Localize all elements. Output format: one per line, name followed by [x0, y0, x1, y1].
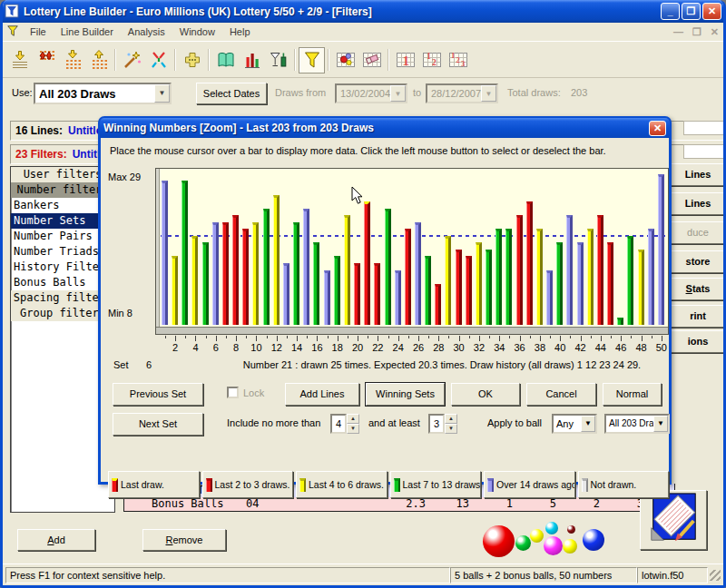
bar-number-3[interactable] — [182, 181, 188, 325]
bar-number-11[interactable] — [263, 209, 270, 325]
bar-number-24[interactable] — [395, 270, 401, 325]
bar-number-26[interactable] — [415, 222, 421, 325]
legend-button-not-drawn[interactable]: Not drawn. — [578, 471, 670, 498]
bar-number-27[interactable] — [425, 256, 431, 325]
bar-number-22[interactable] — [374, 263, 380, 325]
library-button[interactable] — [212, 47, 239, 74]
grid-eraser-button[interactable] — [358, 47, 385, 74]
bar-number-8[interactable] — [232, 215, 239, 325]
bar-number-28[interactable] — [435, 284, 441, 325]
bar-number-17[interactable] — [324, 270, 330, 325]
move-up-button[interactable] — [85, 47, 112, 74]
spinner-down-icon[interactable]: ▼ — [445, 424, 457, 434]
bar-number-18[interactable] — [334, 256, 340, 325]
document-funnel-icon[interactable] — [3, 24, 23, 39]
bar-number-6[interactable] — [212, 222, 219, 325]
bar-number-12[interactable] — [273, 195, 280, 325]
bar-number-36[interactable] — [516, 215, 523, 325]
two-ball-view-button[interactable]: 12 — [418, 47, 445, 74]
spinner-up-icon[interactable]: ▲ — [445, 414, 457, 424]
ok-button[interactable]: OK — [451, 383, 520, 406]
bar-number-50[interactable] — [658, 174, 664, 325]
spinner-up-icon[interactable]: ▲ — [347, 414, 359, 424]
bar-number-39[interactable] — [546, 270, 553, 325]
legend-button-last-7-to-13-draws[interactable]: Last 7 to 13 draws. — [390, 471, 482, 498]
bar-number-49[interactable] — [648, 229, 654, 325]
lock-checkbox[interactable] — [227, 387, 239, 398]
ticket-editor-button[interactable] — [640, 490, 707, 550]
bar-number-31[interactable] — [466, 256, 472, 325]
bar-number-13[interactable] — [283, 263, 289, 325]
bar-number-41[interactable] — [566, 215, 573, 325]
bar-number-23[interactable] — [385, 209, 391, 325]
dialog-draws-combo[interactable]: All 203 Draws ▼ — [604, 414, 670, 434]
bar-number-20[interactable] — [354, 263, 360, 325]
bar-number-2[interactable] — [172, 256, 178, 325]
sort-numbers-button[interactable] — [33, 47, 59, 74]
move-down-button[interactable] — [59, 47, 85, 74]
chevron-down-icon[interactable]: ▼ — [154, 84, 170, 103]
wizard-button[interactable] — [119, 47, 145, 74]
bar-number-32[interactable] — [476, 242, 482, 325]
menu-file[interactable]: File — [23, 24, 54, 39]
menu-analysis[interactable]: Analysis — [121, 24, 172, 39]
one-ball-view-button[interactable]: 1 — [392, 47, 418, 74]
bar-number-5[interactable] — [202, 242, 209, 325]
include-max-spinner[interactable]: 4 ▲▼ — [330, 414, 359, 434]
dialog-title-bar[interactable]: Winning Numbers [Zoom] - Last 203 from 2… — [100, 118, 670, 138]
bar-number-37[interactable] — [526, 201, 533, 325]
previous-set-button[interactable]: Previous Set — [113, 383, 203, 406]
bar-number-9[interactable] — [242, 229, 249, 325]
remove-button[interactable]: Remove — [142, 529, 226, 551]
bar-number-15[interactable] — [303, 209, 309, 325]
three-ball-view-button[interactable]: 123 — [445, 47, 471, 74]
menu-help[interactable]: Help — [222, 24, 258, 39]
bar-number-46[interactable] — [617, 318, 623, 325]
bar-number-48[interactable] — [638, 250, 644, 325]
bar-number-35[interactable] — [505, 229, 512, 325]
minimize-button[interactable]: _ — [661, 3, 680, 20]
bar-number-34[interactable] — [495, 229, 502, 325]
close-button[interactable]: ✕ — [702, 3, 721, 20]
bar-number-14[interactable] — [293, 222, 299, 325]
menu-window[interactable]: Window — [172, 24, 222, 39]
bar-number-44[interactable] — [597, 215, 603, 325]
split-lines-button[interactable] — [145, 47, 172, 74]
bar-number-10[interactable] — [252, 222, 259, 325]
dialog-close-button[interactable]: ✕ — [649, 121, 666, 136]
legend-button-last-2-to-3-draws[interactable]: Last 2 to 3 draws. — [202, 471, 294, 498]
bar-number-30[interactable] — [456, 250, 462, 325]
bar-number-40[interactable] — [556, 242, 563, 325]
title-bar[interactable]: Lottery Line Builder - Euro Millions (UK… — [0, 0, 726, 23]
bar-number-4[interactable] — [191, 236, 198, 325]
include-min-spinner[interactable]: 3 ▲▼ — [428, 414, 457, 434]
bar-number-16[interactable] — [313, 242, 319, 325]
filters-button[interactable] — [299, 47, 325, 74]
mdi-minimize-icon[interactable]: — — [669, 26, 688, 37]
resize-grip[interactable] — [710, 570, 721, 581]
statistics-chart-button[interactable] — [239, 47, 265, 74]
chevron-down-icon[interactable]: ▼ — [581, 416, 595, 432]
legend-button-last-draw[interactable]: Last draw. — [108, 471, 200, 498]
use-draws-combo[interactable]: All 203 Draws ▼ — [34, 83, 172, 104]
bar-number-47[interactable] — [627, 236, 633, 325]
import-lines-button[interactable] — [6, 47, 33, 74]
bar-number-43[interactable] — [587, 229, 594, 325]
maximize-button[interactable]: ❐ — [682, 3, 701, 20]
spinner-down-icon[interactable]: ▼ — [347, 424, 359, 434]
bar-number-21[interactable] — [364, 201, 370, 325]
apply-to-ball-combo[interactable]: Any ▼ — [552, 414, 597, 434]
mdi-close-icon[interactable]: ✕ — [706, 26, 723, 38]
bar-number-1[interactable] — [162, 181, 168, 325]
add-lines-button[interactable]: Add Lines — [285, 383, 359, 406]
grid-balls-button[interactable] — [332, 47, 358, 74]
add-button[interactable]: Add — [17, 529, 95, 551]
chevron-down-icon[interactable]: ▼ — [653, 416, 668, 432]
celebrate-button[interactable] — [265, 47, 291, 74]
bar-number-33[interactable] — [486, 250, 492, 325]
bar-number-29[interactable] — [445, 236, 451, 325]
menu-line-builder[interactable]: Line Builder — [54, 24, 121, 39]
combine-button[interactable] — [179, 47, 205, 74]
normal-button[interactable]: Normal — [603, 383, 662, 406]
select-dates-button[interactable]: Select Dates — [196, 83, 267, 104]
